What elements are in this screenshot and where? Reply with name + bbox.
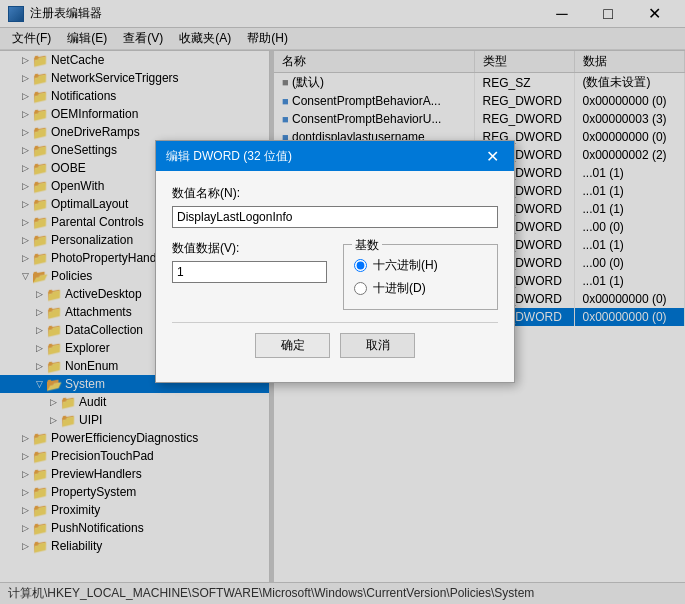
dialog-overlay: 编辑 DWORD (32 位值) ✕ 数值名称(N): 数值数据(V): 基数	[0, 0, 685, 604]
dialog-buttons: 确定 取消	[172, 333, 498, 372]
name-label: 数值名称(N):	[172, 185, 498, 202]
cancel-button[interactable]: 取消	[340, 333, 415, 358]
dialog-divider	[172, 322, 498, 323]
base-label: 基数	[352, 237, 382, 254]
radio-hex-label: 十六进制(H)	[373, 257, 438, 274]
radio-hex-item: 十六进制(H)	[354, 257, 487, 274]
base-col: 基数 十六进制(H) 十进制(D)	[343, 240, 498, 310]
base-group: 基数 十六进制(H) 十进制(D)	[343, 244, 498, 310]
radio-hex[interactable]	[354, 259, 367, 272]
value-col: 数值数据(V):	[172, 240, 327, 310]
radio-dec-item: 十进制(D)	[354, 280, 487, 297]
dialog-title: 编辑 DWORD (32 位值)	[166, 148, 292, 165]
dialog-close-button[interactable]: ✕	[480, 144, 504, 168]
value-label: 数值数据(V):	[172, 240, 327, 257]
dialog-row: 数值数据(V): 基数 十六进制(H) 十进制(	[172, 240, 498, 310]
name-input[interactable]	[172, 206, 498, 228]
radio-dec-label: 十进制(D)	[373, 280, 426, 297]
dialog-title-bar: 编辑 DWORD (32 位值) ✕	[156, 141, 514, 171]
edit-dword-dialog: 编辑 DWORD (32 位值) ✕ 数值名称(N): 数值数据(V): 基数	[155, 140, 515, 383]
confirm-button[interactable]: 确定	[255, 333, 330, 358]
radio-group: 十六进制(H) 十进制(D)	[354, 257, 487, 297]
dialog-body: 数值名称(N): 数值数据(V): 基数 十六进制(H)	[156, 171, 514, 382]
radio-dec[interactable]	[354, 282, 367, 295]
value-input[interactable]	[172, 261, 327, 283]
